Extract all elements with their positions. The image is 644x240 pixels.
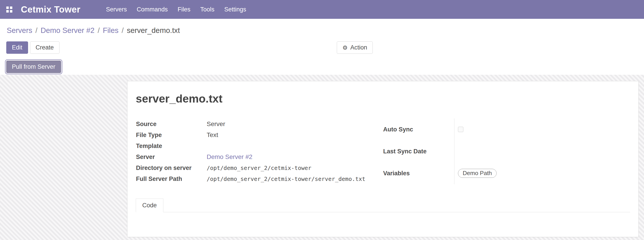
field-label-server: Server: [136, 151, 206, 162]
field-text-value: Text: [207, 131, 218, 138]
record-title: server_demo.txt: [136, 92, 630, 106]
variable-tag-demo-path: Demo Path: [458, 169, 496, 178]
field-label-auto-sync: Auto Sync: [383, 119, 454, 140]
nav-item-commands[interactable]: Commands: [136, 5, 168, 14]
auto-sync-checkbox[interactable]: [458, 127, 463, 132]
field-row-variables: VariablesDemo Path: [383, 162, 630, 184]
field-link-demo-server-2[interactable]: Demo Server #2: [207, 153, 252, 160]
field-group-right: Auto SyncLast Sync DateVariablesDemo Pat…: [383, 119, 630, 184]
action-menu-label: Action: [350, 44, 367, 51]
control-panel-buttons: Edit Create ⚙ Action: [0, 41, 644, 54]
breadcrumb-separator: /: [122, 26, 124, 34]
field-label-last-sync-date: Last Sync Date: [383, 140, 454, 162]
field-value-template: [206, 140, 383, 151]
field-row-directory-on-server: Directory on server/opt/demo_server_2/ce…: [136, 162, 383, 173]
field-row-template: Template: [136, 140, 383, 151]
breadcrumb-current: server_demo.txt: [127, 26, 180, 34]
create-button[interactable]: Create: [30, 41, 60, 54]
app-title[interactable]: Cetmix Tower: [21, 4, 80, 14]
field-label-directory-on-server: Directory on server: [136, 162, 206, 173]
field-row-server: ServerDemo Server #2: [136, 151, 383, 162]
nav-menu: ServersCommandsFilesToolsSettings: [106, 5, 246, 14]
top-navbar: Cetmix Tower ServersCommandsFilesToolsSe…: [0, 0, 644, 19]
breadcrumb-separator: /: [98, 26, 100, 34]
field-label-variables: Variables: [383, 162, 454, 184]
breadcrumb-link-demo-server-2[interactable]: Demo Server #2: [40, 26, 94, 34]
nav-item-tools[interactable]: Tools: [200, 5, 215, 14]
form-field-groups: SourceServerFile TypeTextTemplateServerD…: [136, 119, 630, 184]
edit-button[interactable]: Edit: [6, 41, 28, 54]
field-value-variables: Demo Path: [454, 162, 630, 184]
apps-grid-icon[interactable]: [6, 6, 12, 12]
form-sheet: server_demo.txt SourceServerFile TypeTex…: [127, 81, 638, 237]
field-group-left-body: SourceServerFile TypeTextTemplateServerD…: [136, 119, 383, 184]
field-value-auto-sync: [454, 119, 630, 140]
field-value-source: Server: [206, 119, 383, 129]
gear-icon: ⚙: [342, 45, 348, 51]
field-group-right-body: Auto SyncLast Sync DateVariablesDemo Pat…: [383, 119, 630, 184]
field-label-source: Source: [136, 119, 206, 129]
field-row-source: SourceServer: [136, 119, 383, 129]
field-label-file-type: File Type: [136, 129, 206, 140]
breadcrumb-link-files[interactable]: Files: [103, 26, 118, 34]
tab-code[interactable]: Code: [136, 199, 163, 212]
nav-item-settings[interactable]: Settings: [224, 5, 246, 14]
breadcrumb: Servers/Demo Server #2/Files/server_demo…: [0, 19, 644, 35]
field-group-left: SourceServerFile TypeTextTemplateServerD…: [136, 119, 383, 184]
tab-content-code: [136, 212, 630, 232]
breadcrumb-link-servers[interactable]: Servers: [7, 26, 32, 34]
field-row-last-sync-date: Last Sync Date: [383, 140, 630, 162]
action-menu-button[interactable]: ⚙ Action: [337, 41, 373, 54]
field-label-template: Template: [136, 140, 206, 151]
field-mono-value: /opt/demo_server_2/cetmix-tower: [207, 165, 312, 171]
field-value-file-type: Text: [206, 129, 383, 140]
nav-item-files[interactable]: Files: [177, 5, 191, 14]
field-value-last-sync-date: [454, 140, 630, 162]
field-mono-value: /opt/demo_server_2/cetmix-tower/server_d…: [207, 176, 365, 182]
field-row-file-type: File TypeText: [136, 129, 383, 140]
control-panel: Servers/Demo Server #2/Files/server_demo…: [0, 19, 644, 75]
field-row-full-server-path: Full Server Path/opt/demo_server_2/cetmi…: [136, 173, 383, 184]
field-value-directory-on-server: /opt/demo_server_2/cetmix-tower: [206, 162, 383, 173]
field-text-value: Server: [207, 120, 225, 127]
field-value-full-server-path: /opt/demo_server_2/cetmix-tower/server_d…: [206, 173, 383, 184]
breadcrumb-separator: /: [36, 26, 38, 34]
field-label-full-server-path: Full Server Path: [136, 173, 206, 184]
form-view-background: server_demo.txt SourceServerFile TypeTex…: [0, 75, 644, 240]
field-value-server: Demo Server #2: [206, 151, 383, 162]
nav-item-servers[interactable]: Servers: [106, 5, 127, 14]
pull-from-server-button[interactable]: Pull from Server: [6, 61, 61, 73]
notebook-tabs: Code: [136, 199, 630, 212]
form-statusbar: Pull from Server: [0, 54, 644, 75]
field-row-auto-sync: Auto Sync: [383, 119, 630, 140]
notebook: Code: [136, 199, 630, 232]
